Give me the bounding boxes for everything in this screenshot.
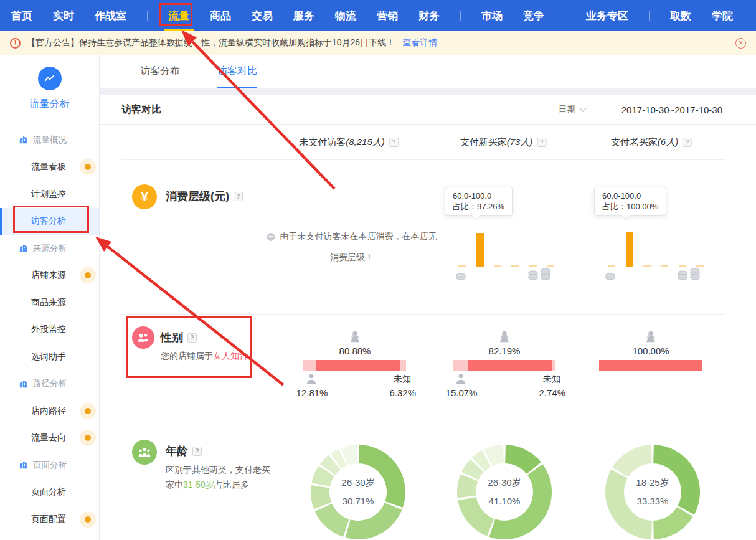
gender-people-icon <box>132 326 154 349</box>
coins-icon <box>455 273 467 280</box>
sidebar-item[interactable]: 流量看板 <box>0 154 99 181</box>
nav-item[interactable]: 取数 <box>670 0 691 31</box>
gender-bar <box>453 360 555 371</box>
gender-chart-new-buyers: 82.19%15.07%未知2.74% <box>442 330 567 402</box>
notification-dot <box>80 267 96 283</box>
age-section-title: 年龄 <box>166 443 202 458</box>
column-name: 支付新买家 <box>460 136 507 148</box>
nav-item[interactable]: 市场 <box>481 0 503 31</box>
male-segment <box>453 360 468 371</box>
sidebar-item[interactable]: 来源分析 <box>0 235 99 262</box>
close-icon[interactable] <box>735 38 746 49</box>
sidebar-item[interactable]: 页面分析 <box>0 452 99 479</box>
age-donut-old-buyers: 18-25岁33.33% <box>604 443 701 540</box>
sidebar-item[interactable]: 选词助手 <box>0 343 99 371</box>
building-icon <box>19 135 28 144</box>
female-segment <box>468 360 553 371</box>
tooltip-range: 60.0-100.0 <box>602 191 658 201</box>
sidebar-header: 流量分析 <box>0 55 99 126</box>
sidebar-item[interactable]: 路径分析 <box>0 371 99 398</box>
nav-item[interactable] <box>565 11 565 21</box>
sidebar-item[interactable]: 计划监控 <box>0 181 99 208</box>
female-icon <box>348 330 362 344</box>
column-header: 支付新买家(73人) <box>460 125 547 160</box>
nav-item[interactable] <box>460 11 461 21</box>
gender-bar <box>303 360 406 371</box>
nav-item[interactable] <box>147 11 148 21</box>
sidebar-item-label: 来源分析 <box>33 243 67 254</box>
page: 首页 实时 作战室 流量 商品 交易 服务 物流 营销 财务 市场 竞争 <box>0 0 756 540</box>
age-donut-new-buyers: 26-30岁41.10% <box>456 443 553 540</box>
sidebar-item-label: 外投监控 <box>31 324 66 335</box>
help-icon[interactable] <box>537 138 546 147</box>
unknown-segment <box>400 360 406 371</box>
unknown-percentage: 2.74% <box>539 387 565 398</box>
sidebar-item[interactable]: 页面配置 <box>0 506 99 533</box>
help-icon[interactable] <box>187 333 197 343</box>
consume-bar-chart-old-buyers: 60.0-100.0占比：100.00% <box>585 187 729 282</box>
sidebar-item[interactable]: 页面分析 <box>0 479 99 506</box>
nav-item[interactable]: 流量 <box>168 0 189 31</box>
nav-item[interactable]: 营销 <box>377 0 398 31</box>
consume-section-title: 消费层级(元) <box>166 189 243 204</box>
gender-subtitle-highlight: 女人知音 <box>213 351 248 361</box>
sidebar-item[interactable]: 商品来源 <box>0 289 99 316</box>
sidebar-item[interactable]: 店内路径 <box>0 397 99 425</box>
sidebar-item-label: 店铺来源 <box>31 270 66 281</box>
tab-gap <box>100 88 756 95</box>
male-percentage: 15.07% <box>442 387 481 398</box>
visitor-compare-panel: 访客对比 日期 2017-10-30~2017-10-30 未支付访客(8,21… <box>100 95 756 540</box>
female-percentage: 80.88% <box>339 346 371 356</box>
sidebar-item-label: 路径分析 <box>33 378 67 389</box>
bar <box>476 233 484 267</box>
age-subtitle-highlight: 31-50岁 <box>183 480 214 490</box>
help-icon[interactable] <box>389 138 399 147</box>
tab[interactable]: 访客对比 <box>217 55 257 88</box>
consume-level-section: 消费层级(元) 由于未支付访客未在本店消费，在本店无 消费层级！ 60.0-10… <box>100 160 756 315</box>
nav-item[interactable]: 首页 <box>11 0 32 31</box>
sidebar: 流量分析 流量概况 流量看板 计划监控 <box>0 55 100 540</box>
date-filter-dropdown[interactable]: 日期 <box>559 104 585 115</box>
nav-item[interactable]: 交易 <box>252 0 273 31</box>
coins-icon <box>604 273 617 280</box>
male-percentage: 12.81% <box>293 387 331 398</box>
nav-item[interactable] <box>649 11 650 21</box>
sidebar-item-label: 店内路径 <box>31 405 66 417</box>
nav-item[interactable]: 学院 <box>712 0 733 31</box>
traffic-analysis-icon <box>38 67 62 90</box>
nav-item[interactable]: 业务专区 <box>586 0 628 31</box>
chart-tooltip: 60.0-100.0占比：100.00% <box>594 187 666 216</box>
nav-item[interactable]: 实时 <box>53 0 74 31</box>
female-percentage: 100.00% <box>632 346 669 356</box>
sidebar-item[interactable]: 店铺来源 <box>0 262 99 290</box>
sidebar-item[interactable]: 流量去向 <box>0 425 99 452</box>
male-icon <box>455 373 467 386</box>
gender-section: 性别 您的店铺属于女人知音 80.88%12.81%未知6.32% 82.19%… <box>100 315 756 412</box>
female-icon <box>644 330 658 344</box>
nav-item[interactable]: 商品 <box>210 0 231 31</box>
chevron-down-icon <box>579 105 586 111</box>
female-segment <box>599 360 702 371</box>
age-donut-unpaid: 26-30岁30.71% <box>309 443 407 540</box>
sidebar-item[interactable]: 外投监控 <box>0 316 99 344</box>
notification-dot <box>80 159 96 175</box>
help-icon[interactable] <box>234 192 243 201</box>
announcement-detail-link[interactable]: 查看详情 <box>402 37 437 49</box>
sidebar-item[interactable]: 访客分析 <box>0 208 99 235</box>
nav-item[interactable]: 物流 <box>335 0 356 31</box>
tab[interactable]: 访客分布 <box>140 55 180 88</box>
nav-item[interactable]: 财务 <box>418 0 440 31</box>
help-icon[interactable] <box>192 447 202 456</box>
nav-item[interactable]: 服务 <box>293 0 314 31</box>
coins-icon <box>527 270 539 280</box>
panel-header: 访客对比 日期 2017-10-30~2017-10-30 <box>100 95 756 125</box>
sidebar-item-label: 流量概况 <box>33 135 67 146</box>
sidebar-item[interactable]: 流量概况 <box>0 126 99 154</box>
column-name: 未支付访客 <box>299 136 346 148</box>
help-icon[interactable] <box>683 138 692 147</box>
bar <box>547 265 554 267</box>
nav-item[interactable]: 竞争 <box>523 0 544 31</box>
column-headers: 未支付访客(8,215人) 支付新买家(73人) 支付老买家(6人) <box>100 125 756 160</box>
nav-item[interactable]: 作战室 <box>95 0 126 31</box>
donut-center-label: 18-25岁 <box>604 477 701 489</box>
